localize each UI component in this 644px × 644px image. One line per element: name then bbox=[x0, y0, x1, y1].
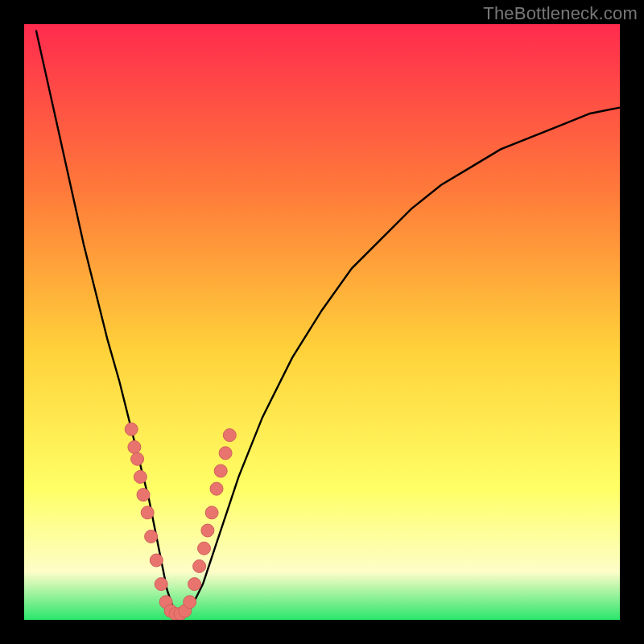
curve-marker bbox=[205, 506, 218, 519]
curve-marker bbox=[198, 542, 211, 555]
curve-marker bbox=[184, 596, 196, 609]
curve-marker bbox=[150, 554, 163, 567]
curve-marker bbox=[125, 423, 138, 436]
curve-marker bbox=[193, 559, 206, 572]
curve-marker bbox=[210, 482, 223, 495]
curve-marker bbox=[134, 470, 147, 483]
plot-area bbox=[24, 24, 620, 620]
curve-marker bbox=[188, 578, 201, 591]
curve-marker bbox=[131, 452, 144, 465]
bottleneck-chart bbox=[24, 24, 620, 620]
curve-marker bbox=[223, 429, 236, 442]
chart-frame: TheBottleneck.com bbox=[0, 0, 644, 644]
curve-marker bbox=[141, 506, 154, 519]
watermark-text: TheBottleneck.com bbox=[483, 3, 638, 24]
curve-marker bbox=[137, 489, 150, 502]
curve-marker bbox=[155, 578, 167, 591]
gradient-background bbox=[24, 24, 620, 620]
curve-marker bbox=[214, 464, 227, 477]
curve-marker bbox=[145, 530, 158, 543]
curve-marker bbox=[219, 447, 232, 460]
curve-marker bbox=[201, 524, 214, 537]
curve-marker bbox=[128, 440, 141, 453]
